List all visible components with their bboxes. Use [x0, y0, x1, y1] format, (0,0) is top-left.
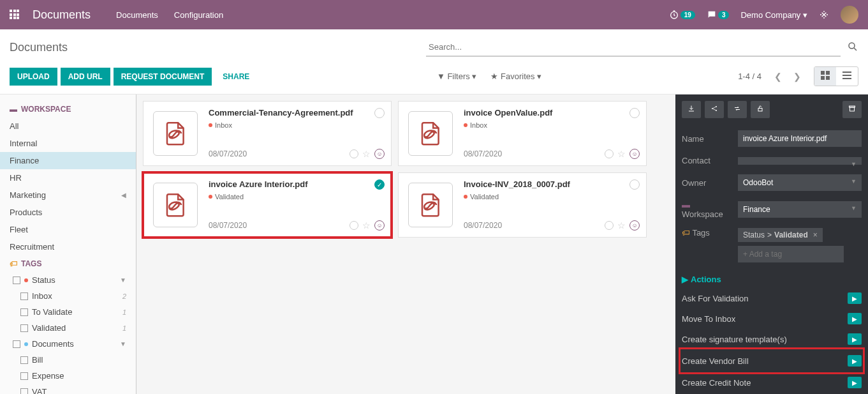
- sidebar-item-internal[interactable]: Internal: [0, 135, 136, 152]
- view-kanban-button[interactable]: [814, 67, 836, 86]
- card-selection-check[interactable]: ✓: [374, 179, 385, 190]
- kanban-content: Commercial-Tenancy-Agreement.pdfInbox08/…: [136, 95, 675, 394]
- message-icon[interactable]: ☺: [629, 149, 640, 159]
- avatar[interactable]: [841, 6, 858, 24]
- lock-icon[interactable]: [751, 101, 770, 118]
- svg-point-1: [849, 43, 855, 49]
- play-icon[interactable]: ▶: [848, 333, 862, 345]
- card-selection-check[interactable]: [374, 108, 385, 118]
- name-field[interactable]: [738, 130, 862, 147]
- card-date: 08/07/2020: [209, 221, 247, 230]
- svg-rect-7: [842, 75, 851, 76]
- request-document-button[interactable]: REQUEST DOCUMENT: [114, 68, 212, 86]
- document-card[interactable]: invoice OpenValue.pdfInbox08/07/2020☆☺: [398, 101, 647, 166]
- replace-icon[interactable]: [728, 101, 747, 118]
- message-icon[interactable]: ☺: [374, 220, 385, 231]
- activity-icon[interactable]: [605, 149, 614, 158]
- chat-icon[interactable]: 3: [707, 10, 730, 20]
- tag-item[interactable]: Inbox2: [0, 288, 136, 304]
- upload-button[interactable]: UPLOAD: [10, 68, 57, 86]
- tag-chip: Status > Validated×: [738, 228, 823, 242]
- favorite-icon[interactable]: ☆: [362, 220, 371, 231]
- nav-documents[interactable]: Documents: [116, 10, 158, 20]
- page-title: Documents: [10, 41, 68, 54]
- card-selection-check[interactable]: [629, 108, 640, 118]
- svg-point-11: [716, 110, 717, 111]
- view-toggle: [814, 66, 858, 86]
- document-card[interactable]: ✓invoice Azure Interior.pdfValidated08/0…: [143, 172, 392, 238]
- sidebar-item-hr[interactable]: HR: [0, 169, 136, 186]
- tag-group-documents[interactable]: Documents▼: [0, 336, 136, 352]
- view-list-button[interactable]: [836, 67, 858, 86]
- archive-icon[interactable]: [842, 101, 862, 118]
- message-icon[interactable]: ☺: [374, 149, 385, 159]
- search-icon[interactable]: [847, 41, 858, 54]
- tag-item[interactable]: Validated1: [0, 320, 136, 336]
- company-selector[interactable]: Demo Company ▾: [740, 10, 807, 20]
- action-ask-for-validation[interactable]: Ask For Validation▶: [682, 288, 862, 308]
- document-card[interactable]: Invoice-INV_2018_0007.pdfValidated08/07/…: [398, 172, 647, 238]
- pager-next[interactable]: ❯: [790, 69, 805, 84]
- card-title: Invoice-INV_2018_0007.pdf: [464, 179, 640, 189]
- pager-text: 1-4 / 4: [738, 72, 761, 81]
- pager-prev[interactable]: ❮: [770, 69, 786, 84]
- pdf-thumbnail: [153, 183, 198, 227]
- workspace-section-header: ▬WORKSPACE: [0, 101, 136, 117]
- svg-point-9: [712, 108, 713, 109]
- card-tag: Validated: [209, 193, 385, 201]
- favorite-icon[interactable]: ☆: [617, 220, 626, 231]
- activity-icon[interactable]: [349, 149, 358, 158]
- activity-icon[interactable]: [349, 221, 358, 230]
- search-input[interactable]: [426, 38, 841, 57]
- favorite-icon[interactable]: ☆: [362, 149, 371, 159]
- workspace-field[interactable]: Finance: [738, 201, 862, 218]
- remove-tag-icon[interactable]: ×: [813, 231, 818, 239]
- add-url-button[interactable]: ADD URL: [61, 68, 110, 86]
- document-card[interactable]: Commercial-Tenancy-Agreement.pdfInbox08/…: [143, 101, 392, 166]
- card-selection-check[interactable]: [629, 179, 640, 190]
- sidebar-item-finance[interactable]: Finance: [0, 152, 136, 169]
- add-tag-field[interactable]: [738, 246, 844, 262]
- header-row: Documents: [0, 29, 868, 60]
- favorite-icon[interactable]: ☆: [617, 149, 626, 159]
- toolbar: UPLOAD ADD URL REQUEST DOCUMENT SHARE ▼ …: [0, 60, 868, 95]
- sidebar-item-products[interactable]: Products: [0, 204, 136, 221]
- pdf-thumbnail: [408, 111, 453, 156]
- sidebar-item-marketing[interactable]: Marketing◀: [0, 186, 136, 204]
- filters-button[interactable]: ▼ Filters ▾: [432, 69, 482, 84]
- contact-field[interactable]: [738, 157, 862, 165]
- activity-icon[interactable]: [605, 221, 614, 230]
- action-create-signature-template-s-[interactable]: Create signature template(s)▶: [682, 329, 862, 349]
- details-panel: Name Contact OwnerOdooBot ▬ WorkspaceFin…: [675, 95, 868, 394]
- chat-badge: 3: [718, 11, 730, 19]
- owner-field[interactable]: OdooBot: [738, 174, 862, 191]
- svg-rect-8: [842, 78, 851, 79]
- share-icon[interactable]: [705, 101, 724, 118]
- pdf-thumbnail: [153, 111, 198, 156]
- timer-icon[interactable]: 19: [669, 10, 695, 20]
- tag-item[interactable]: VAT: [0, 384, 136, 394]
- share-button[interactable]: SHARE: [215, 68, 257, 86]
- sidebar-item-recruitment[interactable]: Recruitment: [0, 238, 136, 255]
- tag-item[interactable]: Expense: [0, 368, 136, 384]
- action-create-vendor-bill[interactable]: Create Vendor Bill▶: [682, 351, 862, 371]
- tag-item[interactable]: Bill: [0, 352, 136, 368]
- play-icon[interactable]: ▶: [848, 377, 862, 388]
- nav-configuration[interactable]: Configuration: [174, 10, 223, 20]
- action-create-credit-note[interactable]: Create Credit Note▶: [682, 372, 862, 393]
- favorites-button[interactable]: ★ Favorites ▾: [485, 69, 547, 84]
- action-move-to-inbox[interactable]: Move To Inbox▶: [682, 308, 862, 329]
- message-icon[interactable]: ☺: [629, 220, 640, 231]
- tag-group-status[interactable]: Status▼: [0, 272, 136, 288]
- sidebar-item-fleet[interactable]: Fleet: [0, 221, 136, 238]
- play-icon[interactable]: ▶: [848, 292, 862, 304]
- tag-item[interactable]: To Validate1: [0, 304, 136, 320]
- play-icon[interactable]: ▶: [848, 313, 862, 324]
- play-icon[interactable]: ▶: [848, 355, 862, 367]
- owner-label: Owner: [682, 178, 733, 188]
- svg-point-10: [716, 106, 717, 107]
- apps-menu-icon[interactable]: [10, 10, 20, 20]
- download-icon[interactable]: [682, 101, 701, 118]
- debug-icon[interactable]: [819, 10, 829, 20]
- sidebar-item-all[interactable]: All: [0, 117, 136, 135]
